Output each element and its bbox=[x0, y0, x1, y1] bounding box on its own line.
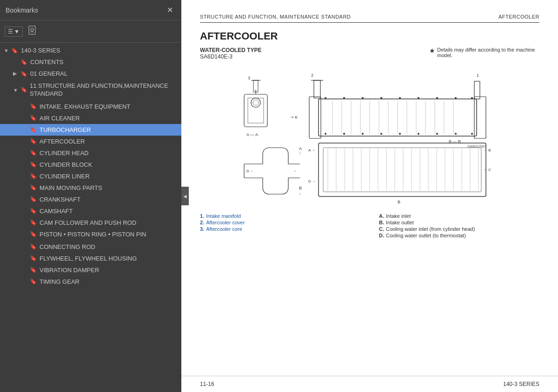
flag-cylblock: 🔖 bbox=[30, 161, 37, 168]
tree-item-aircleaner[interactable]: ▶ 🔖 AIR CLEANER bbox=[0, 112, 181, 124]
svg-point-49 bbox=[380, 133, 382, 135]
document-panel: STRUCTURE AND FUNCTION, MAINTENANCE STAN… bbox=[181, 0, 558, 392]
flag-cylhead: 🔖 bbox=[30, 150, 37, 156]
svg-text:↑: ↑ bbox=[299, 151, 301, 156]
tree-item-aftercooler[interactable]: ▶ 🔖 AFTERCOOLER bbox=[0, 136, 181, 147]
tree-item-crankshaft[interactable]: ▶ 🔖 CRANKSHAFT bbox=[0, 194, 181, 205]
label-series: 140-3 SERIES bbox=[21, 47, 60, 54]
tree-item-general[interactable]: ▶ 🔖 01 GENERAL bbox=[0, 68, 181, 79]
svg-text:→: → bbox=[293, 169, 297, 173]
flag-camfollower: 🔖 bbox=[30, 219, 37, 226]
series-label-footer: 140-3 SERIES bbox=[503, 381, 539, 387]
svg-point-54 bbox=[471, 133, 473, 135]
flag-turbocharger: 🔖 bbox=[30, 126, 37, 133]
svg-rect-4 bbox=[244, 94, 267, 127]
label-aftercooler: AFTERCOOLER bbox=[40, 138, 85, 145]
svg-rect-30 bbox=[314, 80, 320, 98]
svg-point-52 bbox=[436, 133, 438, 135]
flag-camshaft: 🔖 bbox=[30, 208, 37, 214]
toggle-series: ▼ bbox=[4, 48, 9, 53]
tree-item-conrod[interactable]: ▶ 🔖 CONNECTING ROD bbox=[0, 241, 181, 253]
tree-item-timinggear[interactable]: ▶ 🔖 TIMING GEAR bbox=[0, 276, 181, 287]
tree-item-vibdamper[interactable]: ▶ 🔖 VIBRATION DAMPER bbox=[0, 264, 181, 276]
tree-item-camfollower[interactable]: ▶ 🔖 CAM FOLLOWER AND PUSH ROD bbox=[0, 217, 181, 229]
caption-num-3: 3. bbox=[200, 226, 204, 232]
svg-point-50 bbox=[399, 133, 401, 135]
doc-footer: 11-16 140-3 SERIES bbox=[181, 376, 558, 392]
doc-header: STRUCTURE AND FUNCTION, MAINTENANCE STAN… bbox=[200, 14, 539, 23]
svg-line-3 bbox=[32, 32, 33, 33]
svg-point-53 bbox=[455, 133, 457, 135]
caption-label-A: Intake inlet bbox=[386, 213, 411, 219]
flag-conrod: 🔖 bbox=[30, 243, 37, 250]
caption-D: D. Cooling water outlet (to thermostat) bbox=[379, 233, 539, 238]
tree-item-piston[interactable]: ▶ 🔖 PISTON • PISTON RING • PISTON PIN bbox=[0, 229, 181, 241]
page-number: 11-16 bbox=[200, 381, 214, 387]
doc-subtitle-left: WATER-COOLED TYPE SA6D140E-3 bbox=[200, 47, 261, 60]
collapse-panel-button[interactable]: ◀ bbox=[181, 187, 189, 205]
svg-rect-29 bbox=[474, 97, 486, 138]
toggle-structure: ▼ bbox=[13, 87, 19, 93]
svg-text:D ←: D ← bbox=[246, 169, 254, 173]
svg-point-43 bbox=[436, 97, 438, 99]
tree-item-cylliner[interactable]: ▶ 🔖 CYLINDER LINER bbox=[0, 170, 181, 182]
label-intake: INTAKE, EXHAUST EQUIPMENT bbox=[40, 103, 130, 110]
label-turbocharger: TURBOCHARGER bbox=[40, 126, 91, 133]
svg-text:B: B bbox=[398, 200, 400, 204]
svg-point-1 bbox=[31, 28, 33, 31]
label-cylblock: CYLINDER BLOCK bbox=[40, 161, 92, 168]
flag-intake: 🔖 bbox=[30, 103, 37, 110]
tree-item-mainmoving[interactable]: ▶ 🔖 MAIN MOVING PARTS bbox=[0, 182, 181, 194]
svg-text:← B: ← B bbox=[484, 148, 491, 152]
flag-cylliner: 🔖 bbox=[30, 173, 37, 179]
view-icon: ☰ bbox=[8, 28, 13, 35]
svg-point-42 bbox=[418, 97, 419, 99]
svg-rect-33 bbox=[474, 81, 480, 99]
tree-item-turbocharger[interactable]: ▶ 🔖 TURBOCHARGER bbox=[0, 124, 181, 136]
doc-subtitle-row: WATER-COOLED TYPE SA6D140E-3 ★ Details m… bbox=[200, 47, 539, 60]
caption-num-2: 2. bbox=[200, 220, 204, 225]
tree-item-structure[interactable]: ▼ 🔖 11 STRUCTURE AND FUNCTION,MAINTENANC… bbox=[0, 79, 181, 101]
bookmarks-tree: ▼ 🔖 140-3 SERIES ▶ 🔖 CONTENTS ▶ 🔖 01 GEN… bbox=[0, 43, 181, 392]
tree-item-cylblock[interactable]: ▶ 🔖 CYLINDER BLOCK bbox=[0, 159, 181, 170]
caption-C: C. Cooling water inlet (from cylinder he… bbox=[379, 226, 539, 232]
tree-item-camshaft[interactable]: ▶ 🔖 CAMSHAFT bbox=[0, 205, 181, 217]
label-aircleaner: AIR CLEANER bbox=[40, 115, 80, 122]
tree-item-flywheel[interactable]: ▶ 🔖 FLYWHEEL, FLYWHEEL HOUSING bbox=[0, 253, 181, 264]
label-cylliner: CYLINDER LINER bbox=[40, 173, 90, 180]
caption-2: 2. Aftercooler cover bbox=[200, 220, 360, 225]
svg-rect-64 bbox=[323, 148, 481, 192]
view-toggle-button[interactable]: ☰ ▼ bbox=[5, 26, 23, 37]
tree-item-intake[interactable]: ▶ 🔖 INTAKE, EXHAUST EQUIPMENT bbox=[0, 101, 181, 112]
document-page: STRUCTURE AND FUNCTION, MAINTENANCE STAN… bbox=[181, 0, 558, 376]
label-general: 01 GENERAL bbox=[30, 70, 67, 77]
model-label: SA6D140E-3 bbox=[200, 53, 261, 60]
flag-crankshaft: 🔖 bbox=[30, 196, 37, 203]
toolbar-row: ☰ ▼ bbox=[0, 20, 181, 43]
tree-item-contents[interactable]: ▶ 🔖 CONTENTS bbox=[0, 56, 181, 68]
caption-letter-A: A. bbox=[379, 213, 384, 219]
caption-num-1: 1. bbox=[200, 213, 204, 219]
label-vibdamper: VIBRATION DAMPER bbox=[40, 267, 99, 274]
numbered-captions: 1. Intake manifold 2. Aftercooler cover … bbox=[200, 213, 360, 239]
tree-item-cylhead[interactable]: ▶ 🔖 CYLINDER HEAD bbox=[0, 147, 181, 159]
label-cylhead: CYLINDER HEAD bbox=[40, 150, 88, 157]
svg-text:↓: ↓ bbox=[299, 192, 301, 196]
close-button[interactable]: ✕ bbox=[164, 5, 176, 15]
bookmark-tool-button[interactable] bbox=[26, 23, 39, 39]
svg-point-7 bbox=[253, 100, 259, 105]
tree-item-series[interactable]: ▼ 🔖 140-3 SERIES bbox=[0, 45, 181, 56]
flag-piston: 🔖 bbox=[30, 231, 37, 238]
svg-point-45 bbox=[471, 97, 473, 99]
svg-point-40 bbox=[380, 97, 382, 99]
svg-line-2 bbox=[31, 32, 32, 33]
label-timinggear: TIMING GEAR bbox=[40, 278, 80, 285]
flag-structure: 🔖 bbox=[20, 86, 27, 94]
doc-header-left: STRUCTURE AND FUNCTION, MAINTENANCE STAN… bbox=[200, 14, 351, 20]
dropdown-arrow: ▼ bbox=[14, 28, 20, 35]
svg-point-39 bbox=[362, 97, 364, 99]
label-crankshaft: CRANKSHAFT bbox=[40, 196, 80, 203]
star-icon: ★ bbox=[429, 47, 435, 54]
svg-rect-28 bbox=[309, 97, 321, 138]
svg-rect-63 bbox=[319, 143, 486, 196]
